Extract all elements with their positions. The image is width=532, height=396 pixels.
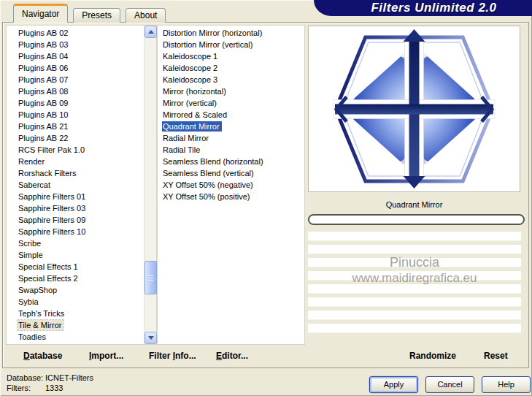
preview-image <box>309 26 520 191</box>
database-button[interactable]: Database <box>23 351 62 361</box>
category-label: Plugins AB 08 <box>18 86 71 96</box>
category-label: Sapphire Filters 03 <box>18 203 88 213</box>
filter-label: Seamless Blend (horizontal) <box>162 156 266 167</box>
category-list-item[interactable]: Plugins AB 02 <box>7 27 144 39</box>
parameter-row <box>308 258 521 267</box>
category-list-item[interactable]: Sapphire Filters 03 <box>7 202 144 214</box>
bottom-toolbar: Database Import... Filter Info... Editor… <box>3 346 528 368</box>
filter-list-item[interactable]: Distortion Mirror (vertical) <box>158 39 304 50</box>
category-list: Plugins AB 02 Plugins AB 03 Plugins AB 0… <box>6 25 157 345</box>
category-list-scrollbar[interactable] <box>144 26 156 344</box>
filter-list-item[interactable]: Mirrored & Scaled <box>158 109 304 121</box>
filter-list-item[interactable]: XY Offset 50% (negative) <box>158 179 304 191</box>
category-label: Plugins AB 21 <box>18 121 71 132</box>
apply-button[interactable]: Apply <box>369 376 418 393</box>
filter-label: Radial Mirror <box>162 133 211 143</box>
category-list-item[interactable]: Plugins AB 09 <box>7 97 144 109</box>
parameter-row <box>308 271 521 281</box>
parameter-slider[interactable] <box>308 214 525 225</box>
category-list-item[interactable]: Sybia <box>7 296 144 308</box>
filter-list-item[interactable]: XY Offset 50% (positive) <box>158 191 304 202</box>
category-list-item[interactable]: Plugins AB 08 <box>7 85 144 97</box>
randomize-button[interactable]: Randomize <box>409 351 456 361</box>
filters-unlimited-window: Filters Unlimited 2.0 Navigator Presets … <box>0 0 532 396</box>
category-list-item[interactable]: Render <box>7 156 144 167</box>
category-list-item[interactable]: Plugins AB 07 <box>7 74 144 85</box>
database-status-label: Database: <box>7 373 43 382</box>
category-label: Special Effects 1 <box>18 262 80 272</box>
category-list-item[interactable]: Sabercat <box>7 179 144 191</box>
preview-pane <box>308 26 520 192</box>
filter-list-item[interactable]: Kaleidoscope 3 <box>158 74 304 85</box>
category-list-item[interactable]: Special Effects 1 <box>7 261 144 273</box>
reset-button[interactable]: Reset <box>484 351 508 361</box>
category-list-item[interactable]: Plugins AB 04 <box>7 50 144 62</box>
category-label: Sapphire Filters 01 <box>18 191 88 202</box>
filter-list-item[interactable]: Mirror (vertical) <box>158 97 304 109</box>
scroll-up-button[interactable] <box>144 26 157 38</box>
filter-list-item[interactable]: Mirror (horizontal) <box>158 85 304 97</box>
tab[interactable]: Navigator <box>13 4 68 23</box>
category-label: Sapphire Filters 10 <box>18 226 88 237</box>
category-label: Simple <box>18 250 45 260</box>
category-label: RCS Filter Pak 1.0 <box>18 145 87 155</box>
category-list-item[interactable]: Sapphire Filters 10 <box>7 226 144 237</box>
category-label: Special Effects 2 <box>18 273 80 283</box>
filter-list-item[interactable]: Radial Mirror <box>158 132 304 144</box>
import-button[interactable]: Import... <box>89 351 123 361</box>
parameter-rows: Pinuccia www.maidiregrafica.eu <box>308 232 521 340</box>
category-list-item[interactable]: Plugins AB 06 <box>7 62 144 74</box>
filter-label: Quadrant Mirror <box>162 121 222 132</box>
status-bar: Database: ICNET-Filters Filters: 1333 Ap… <box>0 369 532 396</box>
title-banner: Filters Unlimited 2.0 <box>314 0 532 16</box>
filters-count-label: Filters: <box>7 384 31 392</box>
tab-bar: Navigator Presets About <box>13 4 171 23</box>
category-label: Plugins AB 10 <box>18 110 71 120</box>
filter-label: Mirror (vertical) <box>162 98 219 108</box>
tab[interactable]: Presets <box>73 8 120 23</box>
filter-list-item[interactable]: Seamless Blend (horizontal) <box>158 156 304 167</box>
category-list-item[interactable]: Sapphire Filters 01 <box>7 191 144 202</box>
filter-info-button[interactable]: Filter Info... <box>149 351 196 361</box>
database-status-value: ICNET-Filters <box>45 373 93 382</box>
category-label: Toadies <box>18 332 48 342</box>
category-label: Teph's Tricks <box>18 308 66 319</box>
filter-list-item[interactable]: Kaleidoscope 2 <box>158 62 304 74</box>
scrollbar-thumb[interactable] <box>144 261 157 294</box>
help-button[interactable]: Help <box>482 376 531 393</box>
filter-list-item[interactable]: Radial Tile <box>158 144 304 156</box>
category-list-item[interactable]: Toadies <box>7 331 144 343</box>
category-list-item[interactable]: Plugins AB 21 <box>7 121 144 132</box>
category-list-item[interactable]: Plugins AB 03 <box>7 39 144 50</box>
parameter-row <box>308 245 521 254</box>
tab[interactable]: About <box>126 8 166 23</box>
category-list-item[interactable]: Simple <box>7 249 144 261</box>
category-list-item[interactable]: Special Effects 2 <box>7 273 144 284</box>
category-label: Sabercat <box>18 180 53 190</box>
filter-label: XY Offset 50% (negative) <box>162 180 255 190</box>
cancel-button[interactable]: Cancel <box>425 376 474 393</box>
category-list-item[interactable]: Tile & Mirror <box>7 319 144 331</box>
category-list-item[interactable]: Sapphire Filters 09 <box>7 214 144 226</box>
filter-list-item[interactable]: Seamless Blend (vertical) <box>158 167 304 179</box>
category-list-item[interactable]: Plugins AB 10 <box>7 109 144 121</box>
filter-list-item[interactable]: Quadrant Mirror <box>158 121 304 132</box>
navigator-panel: Plugins AB 02 Plugins AB 03 Plugins AB 0… <box>2 22 529 368</box>
category-list-item[interactable]: SwapShop <box>7 284 144 296</box>
category-label: Plugins AB 06 <box>18 63 71 73</box>
filter-list-item[interactable]: Distortion Mirror (horizontal) <box>158 27 304 39</box>
category-label: Sapphire Filters 09 <box>18 215 88 225</box>
category-list-item[interactable]: RCS Filter Pak 1.0 <box>7 144 144 156</box>
category-list-item[interactable]: Plugins AB 22 <box>7 132 144 144</box>
category-label: Sybia <box>18 297 41 307</box>
filter-label: Radial Tile <box>162 145 202 155</box>
category-list-item[interactable]: Scribe <box>7 237 144 249</box>
category-label: Scribe <box>18 238 43 248</box>
editor-button[interactable]: Editor... <box>216 351 248 361</box>
filter-label: Kaleidoscope 2 <box>162 63 220 73</box>
scroll-down-button[interactable] <box>144 332 157 344</box>
category-list-item[interactable]: Rorshack Filters <box>7 167 144 179</box>
filter-list: Distortion Mirror (horizontal) Distortio… <box>157 25 305 345</box>
category-list-item[interactable]: Teph's Tricks <box>7 308 144 319</box>
filter-list-item[interactable]: Kaleidoscope 1 <box>158 50 304 62</box>
